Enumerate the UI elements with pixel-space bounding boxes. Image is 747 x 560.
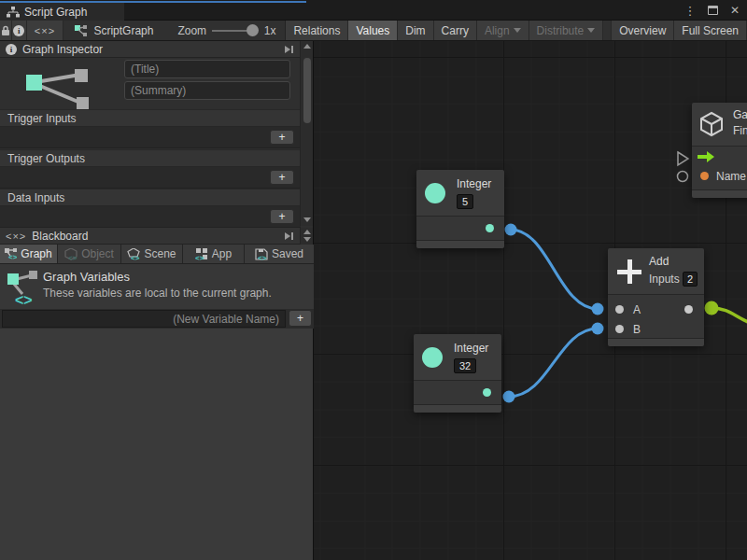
blackboard-empty-area: [0, 329, 313, 560]
close-icon[interactable]: [728, 4, 741, 17]
inputs-count-input[interactable]: [683, 272, 698, 287]
node-gameobject-find[interactable]: Game Object Find Name: [692, 103, 747, 198]
name-input-port[interactable]: [700, 172, 709, 180]
svg-text:<>: <>: [131, 254, 140, 260]
integer-value-input[interactable]: [457, 194, 473, 209]
blackboard-icon: <×>: [6, 231, 26, 242]
node-footer: [692, 190, 747, 198]
scene-icon: <>: [127, 248, 140, 260]
trigger-inputs-list: +: [0, 127, 301, 148]
node-title: Integer: [457, 177, 491, 190]
svg-text:<>: <>: [8, 253, 17, 259]
tab-script-graph[interactable]: Script Graph: [0, 3, 124, 21]
node-title: Game Object: [733, 108, 747, 121]
graph-canvas[interactable]: Integer Integer Add: [314, 41, 747, 560]
wire-integer32-to-b[interactable]: [509, 329, 598, 397]
info-icon: [13, 25, 24, 36]
tab-saved[interactable]: <> Saved: [245, 245, 314, 263]
inspector-scrollbar[interactable]: [300, 41, 313, 226]
scroll-down-icon[interactable]: [303, 217, 311, 222]
output-port[interactable]: [684, 305, 693, 314]
add-trigger-output-button[interactable]: +: [270, 170, 294, 185]
blackboard-title: Blackboard: [32, 230, 88, 243]
blackboard-scroll-arrows[interactable]: [300, 228, 313, 245]
input-port-b[interactable]: [615, 325, 624, 333]
zoom-value: 1x: [264, 21, 276, 40]
scrollbar-thumb[interactable]: [303, 58, 311, 123]
data-input-port-icon[interactable]: [678, 172, 688, 182]
tab-app[interactable]: <> App: [183, 245, 245, 263]
summary-input[interactable]: [124, 81, 290, 100]
app-grid-icon: <>: [195, 248, 208, 260]
title-input[interactable]: [124, 60, 290, 78]
output-port[interactable]: [483, 388, 491, 397]
svg-text:<>: <>: [15, 292, 33, 307]
input-port-a[interactable]: [615, 305, 624, 314]
control-flow-arrow-icon[interactable]: [698, 151, 714, 162]
zoom-slider[interactable]: [212, 21, 259, 40]
node-subtitle: Find: [733, 124, 747, 137]
gameobject-cube-icon: [698, 111, 725, 137]
integer-value-input[interactable]: [454, 358, 476, 373]
graph-asset-icon: [21, 62, 100, 110]
toolbar-buttons: Relations Values Dim Carry Align Distrib…: [285, 21, 747, 40]
wire-integer5-to-a[interactable]: [511, 230, 598, 309]
svg-text:<>: <>: [68, 254, 78, 260]
lock-button[interactable]: [0, 21, 12, 40]
info-button[interactable]: [12, 21, 27, 40]
window-menu-icon[interactable]: [684, 4, 697, 17]
node-integer-32[interactable]: Integer: [414, 334, 501, 413]
overview-button[interactable]: Overview: [611, 21, 674, 40]
scroll-up-icon[interactable]: [303, 230, 311, 234]
output-port[interactable]: [486, 224, 494, 232]
cube-icon: <>: [64, 248, 78, 260]
inputs-label: Inputs: [649, 273, 680, 286]
dim-button[interactable]: Dim: [398, 21, 433, 40]
values-button[interactable]: Values: [348, 21, 398, 40]
node-footer: [608, 339, 704, 346]
relations-button[interactable]: Relations: [286, 21, 348, 40]
node-title: Add: [649, 255, 669, 268]
new-variable-input[interactable]: [2, 310, 286, 328]
script-graph-window: Script Graph <×> S: [0, 0, 747, 560]
scroll-down-icon[interactable]: [303, 237, 311, 242]
dock-icon[interactable]: [284, 231, 295, 241]
window-controls: [684, 2, 741, 19]
dock-icon[interactable]: [284, 45, 295, 54]
graph-inspector-title: Graph Inspector: [22, 43, 103, 56]
node-add[interactable]: Add Inputs A B: [608, 248, 704, 346]
lock-icon: [1, 25, 10, 36]
tab-graph[interactable]: <> Graph: [0, 245, 58, 263]
wire-endpoint: [705, 301, 719, 315]
control-input-port-icon[interactable]: [678, 152, 688, 165]
node-footer: [414, 405, 501, 413]
floppy-disk-icon: <>: [255, 248, 268, 260]
data-inputs-list: +: [0, 206, 301, 228]
add-trigger-input-button[interactable]: +: [270, 130, 294, 145]
node-integer-5[interactable]: Integer: [416, 170, 504, 248]
add-data-input-button[interactable]: +: [270, 209, 294, 224]
code-brackets-icon: <×>: [35, 25, 55, 36]
graph-breadcrumb[interactable]: ScriptGraph: [75, 21, 153, 40]
integer-type-icon: [425, 183, 445, 203]
port-a-label: A: [633, 303, 641, 316]
add-variable-button[interactable]: +: [289, 310, 312, 327]
graph-toolbar: <×> ScriptGraph Zoom 1x Relations Values…: [0, 21, 747, 41]
maximize-icon[interactable]: [708, 6, 718, 15]
distribute-button[interactable]: Distribute: [529, 21, 604, 40]
zoom-slider-thumb[interactable]: [247, 24, 259, 36]
tab-object[interactable]: <> Object: [58, 245, 121, 263]
blackboard-header: <×> Blackboard: [0, 228, 301, 245]
variables-button[interactable]: <×>: [27, 21, 64, 40]
tab-scene[interactable]: <> Scene: [121, 245, 183, 263]
wire-endpoint: [505, 224, 517, 236]
fullscreen-button[interactable]: Full Screen: [674, 21, 747, 40]
svg-text:<>: <>: [258, 254, 267, 260]
wire-endpoint: [592, 323, 604, 335]
new-variable-row: +: [0, 309, 314, 329]
carry-button[interactable]: Carry: [434, 21, 477, 40]
align-button[interactable]: Align: [477, 21, 529, 40]
graph-variables-description: These variables are local to the current…: [43, 287, 272, 300]
chevron-down-icon: [514, 28, 521, 33]
scroll-up-icon[interactable]: [303, 44, 311, 49]
